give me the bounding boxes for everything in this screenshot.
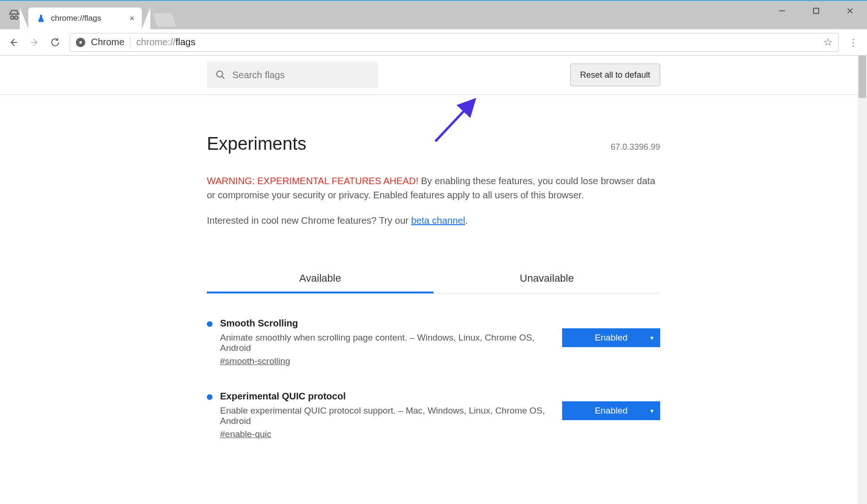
warning-text: WARNING: EXPERIMENTAL FEATURES AHEAD! By…	[207, 174, 660, 202]
flag-description: Animate smoothly when scrolling page con…	[220, 333, 555, 353]
window-minimize-button[interactable]	[765, 1, 799, 21]
flags-header: Search flags Reset all to default	[0, 56, 867, 95]
new-tab-button[interactable]	[153, 13, 176, 26]
back-button[interactable]	[5, 33, 23, 51]
svg-point-12	[217, 71, 223, 77]
svg-rect-5	[814, 8, 819, 14]
tab-strip: chrome://flags ×	[0, 1, 867, 29]
flags-content: Experiments 67.0.3396.99 WARNING: EXPERI…	[207, 95, 660, 439]
flag-title: Experimental QUIC protocol	[220, 391, 555, 402]
window-controls	[765, 1, 867, 21]
flag-select-smooth-scrolling[interactable]: Enabled	[562, 328, 660, 347]
search-flags-placeholder: Search flags	[232, 70, 285, 81]
tab-unavailable[interactable]: Unavailable	[434, 265, 660, 293]
bookmark-star-icon[interactable]: ☆	[823, 36, 833, 49]
browser-tab-active[interactable]: chrome://flags ×	[28, 8, 142, 29]
scrollbar-thumb[interactable]	[859, 56, 866, 98]
flag-select-quic[interactable]: Enabled	[562, 401, 660, 420]
close-tab-icon[interactable]: ×	[130, 14, 135, 24]
tab-available[interactable]: Available	[207, 265, 434, 293]
flask-icon	[37, 14, 45, 23]
scrollbar[interactable]	[858, 56, 867, 504]
reload-button[interactable]	[46, 33, 64, 51]
flags-tabs: Available Unavailable	[207, 265, 660, 293]
window-close-button[interactable]	[833, 1, 867, 21]
browser-menu-button[interactable]: ⋮	[844, 33, 862, 51]
window-maximize-button[interactable]	[799, 1, 833, 21]
flag-anchor-link[interactable]: #enable-quic	[220, 429, 271, 439]
search-flags-input[interactable]: Search flags	[207, 62, 378, 88]
modified-dot-icon	[207, 394, 213, 400]
svg-line-13	[222, 76, 225, 79]
page-viewport: Search flags Reset all to default Experi…	[0, 56, 867, 504]
svg-point-11	[79, 41, 82, 43]
search-icon	[215, 70, 226, 80]
flag-title: Smooth Scrolling	[220, 318, 555, 329]
flag-item-smooth-scrolling: Smooth Scrolling Animate smoothly when s…	[207, 318, 660, 366]
flag-item-quic: Experimental QUIC protocol Enable experi…	[207, 391, 660, 439]
tab-title: chrome://flags	[51, 14, 101, 23]
page-title: Experiments	[207, 134, 306, 154]
modified-dot-icon	[207, 321, 213, 327]
svg-point-1	[10, 16, 14, 19]
forward-button[interactable]	[25, 33, 43, 51]
beta-channel-link[interactable]: beta channel	[411, 215, 466, 226]
beta-line: Interested in cool new Chrome features? …	[207, 215, 660, 226]
flag-anchor-link[interactable]: #smooth-scrolling	[220, 356, 290, 366]
chrome-chip-label: Chrome	[91, 37, 124, 48]
svg-point-2	[15, 16, 18, 19]
browser-toolbar: Chrome chrome://flags ☆ ⋮	[0, 29, 867, 56]
chrome-version: 67.0.3396.99	[611, 142, 660, 152]
flag-description: Enable experimental QUIC protocol suppor…	[220, 406, 555, 426]
reset-all-button[interactable]: Reset all to default	[570, 64, 660, 86]
chrome-chip-icon	[76, 38, 85, 47]
omnibox-url: chrome://flags	[136, 37, 196, 48]
omnibox-divider	[130, 36, 131, 49]
address-bar[interactable]: Chrome chrome://flags ☆	[70, 33, 839, 52]
